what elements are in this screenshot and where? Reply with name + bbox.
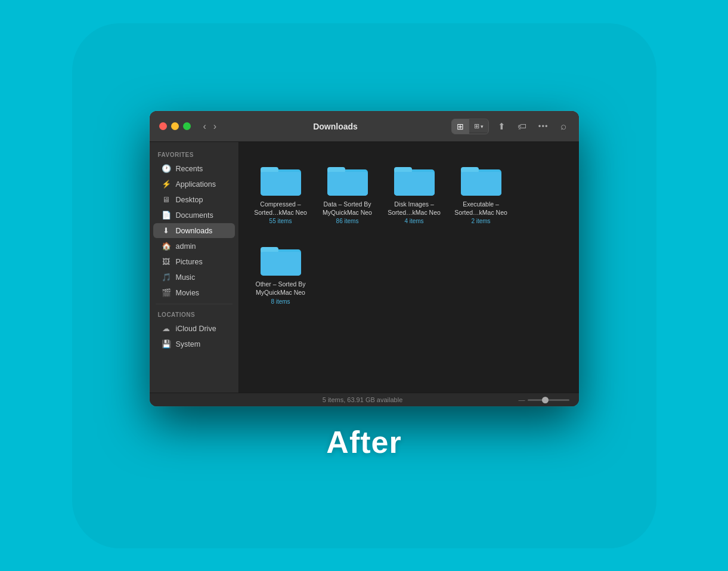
music-icon: 🎵	[162, 273, 171, 282]
folder-compressed-count: 55 items	[269, 218, 292, 224]
status-bar: 5 items, 63.91 GB available —	[150, 393, 579, 406]
sidebar-item-desktop[interactable]: 🖥 Desktop	[153, 192, 235, 207]
sidebar-item-music[interactable]: 🎵 Music	[153, 270, 235, 285]
svg-rect-2	[261, 172, 301, 196]
share-button[interactable]: ⬆	[495, 119, 509, 134]
folder-data-icon	[326, 161, 369, 197]
toolbar-actions: ⊞ ⊞▾ ⬆ 🏷 ••• ⌕	[451, 119, 569, 134]
sidebar-item-admin-label: admin	[176, 242, 196, 251]
sidebar-item-downloads-label: Downloads	[176, 227, 213, 235]
pictures-icon: 🖼	[162, 257, 171, 266]
sidebar-item-recents[interactable]: 🕐 Recents	[153, 161, 235, 176]
folder-disk-images-icon	[393, 161, 436, 197]
documents-icon: 📄	[162, 211, 171, 220]
toolbar-title: Downloads	[227, 122, 444, 131]
sidebar-item-pictures[interactable]: 🖼 Pictures	[153, 254, 235, 269]
content-wrapper: ‹ › Downloads ⊞ ⊞▾ ⬆ 🏷 ••• ⌕ Favorites	[150, 111, 579, 460]
sidebar-item-icloud[interactable]: ☁ iCloud Drive	[153, 321, 235, 336]
downloads-icon: ⬇	[162, 226, 171, 235]
admin-icon: 🏠	[162, 242, 171, 251]
sidebar-item-downloads[interactable]: ⬇ Downloads	[153, 223, 235, 238]
tag-button[interactable]: 🏷	[515, 119, 529, 133]
recents-icon: 🕐	[162, 164, 171, 173]
svg-rect-8	[394, 172, 435, 196]
more-button[interactable]: •••	[535, 120, 552, 132]
sidebar-item-system-label: System	[176, 340, 201, 348]
folder-disk-images-name: Disk Images – Sorted…kMac Neo	[387, 200, 442, 217]
favorites-label: Favorites	[150, 148, 238, 161]
sidebar-item-music-label: Music	[176, 273, 196, 282]
slider-thumb	[542, 397, 549, 403]
forward-button[interactable]: ›	[210, 120, 219, 133]
desktop-icon: 🖥	[162, 195, 171, 204]
folder-other-name: Other – Sorted By MyQuickMac Neo	[253, 280, 308, 297]
toolbar: ‹ › Downloads ⊞ ⊞▾ ⬆ 🏷 ••• ⌕	[150, 111, 579, 142]
list-view-button[interactable]: ⊞▾	[469, 120, 488, 132]
view-switcher: ⊞ ⊞▾	[451, 119, 489, 134]
folder-other-count: 8 items	[271, 298, 290, 305]
folder-data-name: Data – Sorted By MyQuickMac Neo	[320, 200, 375, 217]
sidebar-item-applications-label: Applications	[176, 180, 216, 189]
maximize-button[interactable]	[183, 122, 191, 130]
slider-track[interactable]	[528, 399, 569, 401]
icloud-icon: ☁	[162, 324, 171, 333]
svg-rect-14	[261, 252, 301, 276]
size-slider[interactable]: —	[519, 396, 569, 403]
after-label: After	[326, 424, 401, 460]
sidebar-item-documents[interactable]: 📄 Documents	[153, 208, 235, 223]
sidebar-item-pictures-label: Pictures	[176, 258, 203, 266]
file-area: Compressed – Sorted…kMac Neo 55 items Da…	[239, 142, 579, 393]
minimize-button[interactable]	[171, 122, 179, 130]
movies-icon: 🎬	[162, 288, 171, 297]
folder-executable-name: Executable – Sorted…kMac Neo	[454, 200, 509, 217]
locations-label: Locations	[150, 308, 238, 320]
sidebar-item-documents-label: Documents	[176, 211, 213, 220]
sidebar-item-movies-label: Movies	[176, 289, 200, 297]
sidebar: Favorites 🕐 Recents ⚡ Applications 🖥 Des…	[150, 142, 239, 393]
folder-disk-images[interactable]: Disk Images – Sorted…kMac Neo 4 items	[385, 156, 444, 229]
folder-compressed[interactable]: Compressed – Sorted…kMac Neo 55 items	[251, 156, 311, 229]
folder-compressed-icon	[259, 161, 302, 197]
folder-disk-images-count: 4 items	[404, 218, 423, 224]
folder-data-count: 86 items	[336, 218, 359, 224]
sidebar-item-applications[interactable]: ⚡ Applications	[153, 177, 235, 192]
folder-compressed-name: Compressed – Sorted…kMac Neo	[253, 200, 308, 217]
applications-icon: ⚡	[162, 180, 171, 189]
sidebar-item-movies[interactable]: 🎬 Movies	[153, 285, 235, 300]
close-button[interactable]	[159, 122, 167, 130]
folder-executable-count: 2 items	[471, 218, 490, 224]
sidebar-item-icloud-label: iCloud Drive	[176, 325, 216, 333]
sidebar-item-system[interactable]: 💾 System	[153, 337, 235, 351]
finder-body: Favorites 🕐 Recents ⚡ Applications 🖥 Des…	[150, 142, 579, 393]
finder-window: ‹ › Downloads ⊞ ⊞▾ ⬆ 🏷 ••• ⌕ Favorites	[150, 111, 579, 406]
folder-executable[interactable]: Executable – Sorted…kMac Neo 2 items	[451, 156, 511, 229]
back-button[interactable]: ‹	[200, 120, 209, 133]
search-button[interactable]: ⌕	[557, 119, 569, 134]
status-text: 5 items, 63.91 GB available	[207, 396, 519, 403]
nav-arrows: ‹ ›	[200, 120, 220, 133]
svg-rect-11	[461, 172, 501, 196]
sidebar-item-desktop-label: Desktop	[176, 196, 203, 204]
sidebar-item-recents-label: Recents	[176, 165, 203, 173]
folder-data[interactable]: Data – Sorted By MyQuickMac Neo 86 items	[318, 156, 377, 229]
system-icon: 💾	[162, 339, 171, 348]
svg-rect-5	[327, 172, 368, 196]
folder-executable-icon	[460, 161, 503, 197]
traffic-lights	[159, 122, 191, 130]
sidebar-divider	[156, 304, 233, 304]
folder-other[interactable]: Other – Sorted By MyQuickMac Neo 8 items	[251, 236, 311, 309]
folder-other-icon	[259, 241, 302, 277]
icon-view-button[interactable]: ⊞	[452, 119, 469, 134]
sidebar-item-admin[interactable]: 🏠 admin	[153, 239, 235, 254]
